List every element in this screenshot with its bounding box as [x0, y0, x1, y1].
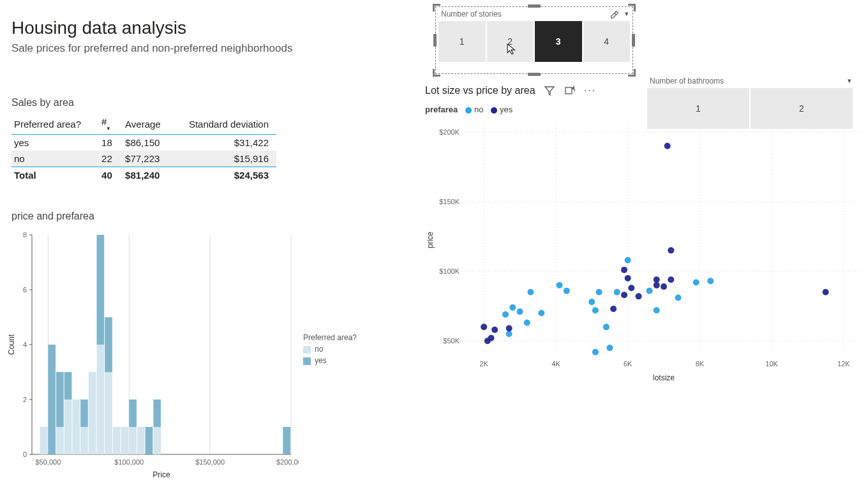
svg-rect-42 [153, 427, 161, 454]
svg-rect-32 [97, 345, 105, 454]
svg-rect-28 [72, 399, 80, 454]
col-average[interactable]: Average [123, 114, 174, 135]
svg-point-98 [625, 275, 631, 281]
svg-rect-39 [129, 399, 137, 427]
focus-mode-icon[interactable] [564, 84, 576, 97]
chevron-down-icon[interactable]: ▾ [625, 10, 629, 18]
svg-point-70 [509, 304, 516, 311]
page-subtitle: Sale prices for preferred and non-prefer… [11, 42, 292, 55]
histogram-title: price and prefarea [11, 211, 94, 222]
slicer-option-2[interactable]: 2 [487, 21, 534, 62]
svg-point-80 [596, 289, 602, 295]
svg-text:price: price [426, 232, 435, 248]
svg-rect-22 [40, 427, 48, 454]
svg-point-83 [614, 289, 620, 295]
svg-point-76 [564, 288, 570, 294]
table-row[interactable]: yes 18 $86,150 $31,422 [11, 135, 276, 151]
legend-title: Preferred area? [303, 333, 357, 342]
svg-point-90 [481, 324, 487, 330]
svg-rect-34 [105, 372, 112, 454]
more-options-icon[interactable]: ··· [584, 84, 597, 97]
svg-text:Count: Count [7, 334, 16, 355]
table-header-row: Preferred area? #▼ Average Standard devi… [11, 114, 276, 135]
legend-dot-yes [491, 107, 497, 114]
col-count[interactable]: #▼ [99, 114, 123, 135]
svg-point-107 [823, 289, 829, 295]
svg-rect-23 [48, 345, 56, 454]
svg-point-106 [664, 143, 671, 149]
svg-text:8K: 8K [696, 360, 705, 368]
svg-text:10K: 10K [765, 360, 778, 368]
svg-rect-37 [121, 427, 129, 454]
legend-label-yes[interactable]: yes [500, 105, 513, 114]
legend-item-yes[interactable]: yes [303, 356, 357, 365]
legend-dot-no [465, 107, 472, 114]
legend-item-no[interactable]: no [303, 345, 357, 354]
table-row[interactable]: no 22 $77,223 $15,916 [11, 151, 276, 167]
svg-point-88 [693, 280, 700, 286]
chevron-down-icon[interactable]: ▾ [848, 77, 851, 85]
svg-text:2: 2 [23, 396, 27, 403]
svg-rect-31 [89, 372, 96, 454]
sales-by-area-table: Preferred area? #▼ Average Standard devi… [11, 114, 276, 183]
svg-point-75 [557, 282, 563, 288]
legend-swatch-no [303, 346, 311, 354]
svg-text:0: 0 [23, 451, 27, 458]
svg-point-89 [707, 278, 714, 284]
svg-point-77 [588, 299, 595, 305]
svg-text:$50,000: $50,000 [35, 458, 61, 466]
legend-swatch-yes [303, 357, 311, 365]
svg-text:$50K: $50K [443, 337, 460, 345]
scatter-chart[interactable]: 2K4K6K8K10K12K$50K$100K$150K$200Klotsize… [421, 119, 868, 387]
svg-point-100 [636, 293, 642, 299]
svg-rect-30 [80, 399, 88, 427]
svg-text:4: 4 [23, 341, 27, 348]
slicer-option-4[interactable]: 4 [583, 21, 631, 62]
svg-point-68 [502, 311, 509, 318]
scatter-legend: prefarea no yes [425, 105, 513, 114]
histogram-chart[interactable]: 02468$50,000$100,000$150,000$200,000Pric… [5, 228, 299, 485]
eraser-icon[interactable] [610, 10, 618, 19]
filter-icon[interactable] [543, 84, 556, 97]
page-title: Housing data analysis [11, 18, 186, 38]
svg-point-79 [592, 307, 599, 313]
col-preferred[interactable]: Preferred area? [11, 114, 99, 135]
svg-text:$100,000: $100,000 [114, 458, 144, 466]
svg-text:8: 8 [23, 231, 27, 239]
legend-label-no[interactable]: no [474, 105, 483, 114]
svg-rect-24 [56, 427, 64, 454]
svg-text:6: 6 [23, 286, 27, 294]
slicer-stories[interactable]: Number of stories ▾ 1234 [435, 6, 633, 74]
svg-text:12K: 12K [837, 360, 850, 368]
svg-point-85 [646, 288, 652, 294]
svg-text:4K: 4K [551, 360, 560, 368]
svg-point-78 [592, 349, 599, 355]
scatter-title: Lot size vs price by area [425, 85, 535, 96]
table-total-row: Total 40 $81,240 $24,563 [11, 167, 276, 184]
svg-text:Price: Price [153, 470, 170, 479]
svg-text:$200,000: $200,000 [276, 458, 299, 466]
slicer-option-3[interactable]: 3 [535, 21, 582, 62]
svg-point-73 [527, 289, 534, 295]
svg-text:$150,000: $150,000 [195, 458, 225, 466]
slicer-stories-title: Number of stories [436, 7, 632, 19]
slicer-option-1[interactable]: 1 [438, 21, 486, 62]
svg-rect-35 [105, 317, 112, 372]
svg-text:6K: 6K [624, 360, 632, 368]
svg-rect-44 [283, 427, 290, 454]
svg-point-92 [488, 335, 494, 341]
svg-point-96 [621, 267, 627, 273]
svg-text:2K: 2K [479, 360, 488, 368]
slicer-bath-title: Number of bathrooms [645, 74, 855, 86]
svg-point-93 [491, 327, 498, 333]
svg-point-86 [654, 307, 660, 313]
svg-point-69 [506, 331, 513, 337]
svg-point-99 [628, 285, 634, 291]
svg-point-102 [654, 282, 660, 288]
svg-rect-25 [56, 372, 64, 427]
svg-point-74 [538, 310, 544, 317]
svg-point-87 [675, 295, 682, 301]
svg-point-104 [668, 276, 674, 283]
svg-text:$100K: $100K [439, 267, 460, 275]
col-stddev[interactable]: Standard deviation [174, 114, 276, 135]
